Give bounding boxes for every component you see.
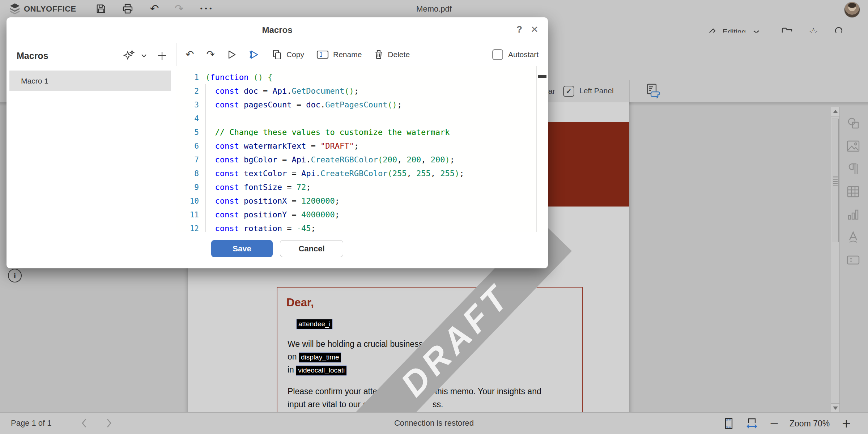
chevron-down-icon[interactable]	[141, 54, 147, 58]
code-line[interactable]: 12 const rotation = -45;	[176, 222, 536, 232]
cancel-button[interactable]: Cancel	[280, 240, 343, 257]
zoom-level: Zoom 70%	[790, 419, 830, 429]
dialog-header[interactable]: Macros ? ×	[7, 17, 548, 43]
code-line[interactable]: 5 // Change these values to customize th…	[176, 125, 536, 139]
code-line[interactable]: 9 const fontSize = 72;	[176, 180, 536, 194]
line-number: 10	[176, 194, 203, 208]
table-icon[interactable]	[846, 185, 861, 198]
line-number: 2	[176, 84, 203, 98]
time-form-field[interactable]: display_time	[299, 353, 341, 362]
ai-sparkle-button[interactable]	[123, 50, 135, 62]
save-button[interactable]: Save	[211, 240, 273, 257]
code-line[interactable]: 10 const positionX = 1200000;	[176, 194, 536, 208]
arrow-up-icon	[833, 110, 838, 113]
code-line[interactable]: 11 const positionY = 4000000;	[176, 208, 536, 222]
zoom-out-button[interactable]: −	[767, 416, 782, 431]
next-page-button[interactable]	[103, 418, 114, 429]
code-line[interactable]: 8 const textColor = Api.CreateRGBColor(2…	[176, 167, 536, 180]
user-avatar[interactable]	[844, 2, 860, 18]
info-button[interactable]: i	[8, 269, 22, 282]
code-line[interactable]: 1(function () {	[176, 71, 536, 84]
dialog-title: Macros	[262, 25, 292, 35]
scroll-up-button[interactable]	[831, 107, 840, 116]
onlyoffice-logo-icon	[9, 3, 21, 15]
fit-page-button[interactable]	[722, 416, 736, 431]
macro-list-title: Macros	[17, 51, 48, 61]
textart-icon[interactable]	[846, 231, 861, 244]
editor-scrollbar-thumb[interactable]	[538, 75, 546, 78]
autostart-toggle[interactable]: Autostart	[492, 49, 539, 60]
memo-line-confirm-left: Please confirm your atten	[288, 387, 382, 396]
macro-list-header: Macros	[7, 43, 176, 69]
autostart-checkbox[interactable]	[492, 49, 503, 60]
chart-icon[interactable]	[846, 208, 861, 221]
memo-line-time: on display_time	[288, 352, 341, 362]
dialog-footer: Save Cancel	[7, 232, 548, 268]
top-toolbar: ONLYOFFICE ↶ ↷ • • • Memo.pdf	[0, 0, 868, 17]
macro-list-panel: Macros Macro 1	[7, 43, 177, 232]
save-button[interactable]	[95, 3, 107, 15]
help-button[interactable]: ?	[514, 24, 525, 35]
macros-dialog: Macros ? × Macros Macro 1	[7, 17, 548, 268]
paragraph-icon[interactable]	[846, 162, 861, 175]
attendee-form-field[interactable]: attendee_i	[297, 319, 332, 329]
memo-line-vital-left: input are vital to our c	[288, 400, 367, 409]
line-number: 1	[176, 71, 203, 84]
textfield-icon[interactable]	[846, 254, 861, 267]
macro-undo-button[interactable]: ↶	[186, 49, 194, 60]
rename-macro-button[interactable]: Rename	[316, 50, 362, 59]
memo-line-meeting: We will be holding a crucial business m	[288, 339, 432, 349]
code-line[interactable]: 6 const watermarkText = "DRAFT";	[176, 139, 536, 153]
image-icon[interactable]	[846, 140, 861, 153]
code-line[interactable]: 2 const doc = Api.GetDocument();	[176, 84, 536, 98]
line-number: 7	[176, 153, 203, 167]
run-all-macro-button[interactable]	[249, 50, 260, 60]
print-button[interactable]	[122, 3, 134, 15]
brand-name: ONLYOFFICE	[24, 4, 76, 14]
line-number: 11	[176, 208, 203, 222]
document-scrollbar[interactable]	[831, 107, 840, 412]
shapes-icon[interactable]	[846, 117, 861, 130]
code-editor[interactable]: 1(function () {2 const doc = Api.GetDocu…	[176, 66, 548, 232]
page-indicator: Page 1 of 1	[11, 418, 52, 428]
code-line[interactable]: 4	[176, 112, 536, 125]
line-number: 6	[176, 139, 203, 153]
rename-icon	[316, 50, 329, 59]
copy-icon	[272, 50, 282, 60]
memo-line-location: in videocall_locati	[288, 365, 346, 375]
zoom-in-button[interactable]: +	[839, 416, 854, 431]
scrollbar-thumb[interactable]	[832, 119, 839, 242]
copy-macro-button[interactable]: Copy	[272, 50, 304, 60]
memo-line-vital-right: ss.	[433, 400, 443, 409]
previous-page-button[interactable]	[79, 418, 90, 429]
code-lines: 1(function () {2 const doc = Api.GetDocu…	[176, 71, 536, 232]
editor-scrollbar-track[interactable]	[536, 66, 537, 232]
line-number: 12	[176, 222, 203, 232]
code-line[interactable]: 3 const pagesCount = doc.GetPagesCount()…	[176, 98, 536, 112]
line-number: 8	[176, 167, 203, 180]
macro-redo-button[interactable]: ↷	[206, 49, 214, 60]
left-panel-checkbox[interactable]: ✓	[563, 86, 574, 97]
line-number: 9	[176, 180, 203, 194]
macro-list-item[interactable]: Macro 1	[9, 71, 171, 91]
add-macro-button[interactable]	[157, 51, 167, 61]
delete-macro-button[interactable]: Delete	[374, 50, 410, 60]
zoom-controls: − Zoom 70% +	[722, 416, 854, 431]
redo-button[interactable]: ↷	[173, 3, 185, 15]
right-tool-rail	[845, 117, 861, 267]
location-form-field[interactable]: videocall_locati	[296, 366, 346, 375]
autostart-label: Autostart	[508, 50, 539, 59]
close-icon[interactable]: ×	[528, 22, 541, 36]
status-bar: Page 1 of 1 Connection is restored − Zoo…	[0, 412, 868, 434]
fit-width-button[interactable]	[745, 416, 759, 431]
more-actions-button[interactable]: • • •	[197, 3, 215, 15]
memo-greeting: Dear,	[286, 296, 314, 309]
macro-toolbar: ↶ ↷ Copy Rename Delete Autosta	[176, 43, 548, 67]
scroll-down-button[interactable]	[831, 403, 840, 412]
code-line[interactable]: 7 const bgColor = Api.CreateRGBColor(200…	[176, 153, 536, 167]
macros-icon	[645, 83, 661, 98]
line-number: 4	[176, 112, 203, 125]
left-panel-label[interactable]: Left Panel	[579, 86, 614, 95]
undo-button[interactable]: ↶	[148, 3, 161, 15]
run-macro-button[interactable]	[227, 50, 237, 60]
